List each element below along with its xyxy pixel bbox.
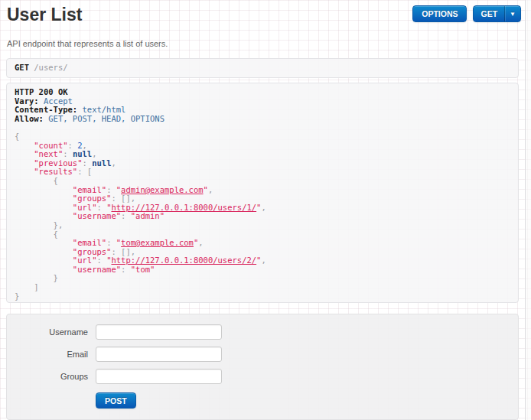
code-token: "email" [73,185,106,194]
options-button[interactable]: OPTIONS [412,5,467,22]
username-field[interactable] [96,324,222,340]
code-token: "admin" [131,211,165,220]
groups-field[interactable] [96,369,222,384]
code-token: "next" [34,149,63,158]
code-token: "url" [73,203,97,212]
post-form-panel: Username Email Groups POST [6,314,519,420]
form-row-username: Username [7,324,518,340]
code-token: Content-Type: [15,105,83,114]
chevron-down-icon[interactable]: ▼ [504,6,520,21]
code-token [15,238,73,247]
code-token: "tom" [131,265,155,274]
code-token: Allow: [15,114,48,123]
code-token [15,230,54,239]
code-line: Allow: GET, POST, HEAD, OPTIONS [15,115,510,124]
code-token: , [83,141,87,150]
code-token: "email" [73,238,106,247]
code-token: Accept [44,96,73,106]
code-token [15,141,34,150]
code-line: ] [15,283,510,292]
get-split-button: GET ▼ [473,5,521,22]
code-token: "groups" [73,194,112,203]
json-link[interactable]: tom@example.com [121,238,194,247]
code-token [15,167,34,176]
code-token: : [121,211,131,220]
response-body: HTTP 200 OKVary: AcceptContent-Type: tex… [15,88,510,301]
code-token: ] [34,282,38,291]
code-token [15,256,73,265]
code-token [15,211,73,220]
code-line: } [15,292,510,301]
code-token: "previous" [34,158,82,168]
code-token [15,194,73,203]
toolbar: OPTIONS GET ▼ [412,5,521,22]
scrollbar[interactable] [525,0,531,420]
code-token: : [68,141,78,150]
code-token: "groups" [73,247,112,256]
response-box: HTTP 200 OKVary: AcceptContent-Type: tex… [6,83,519,303]
code-token: { [54,176,58,185]
code-line: HTTP 200 OK [15,88,510,97]
code-token: "username" [73,211,121,220]
code-token: /users/ [34,63,67,72]
code-token: , [92,149,96,158]
code-token: "url" [73,256,97,265]
code-token: }, [54,220,64,230]
code-line: "results": [ [15,168,510,177]
code-token [15,282,34,291]
page-description: API endpoint that represents a list of u… [7,39,168,48]
code-token: : [106,185,116,194]
code-token: null [73,149,92,158]
code-token [15,247,73,256]
code-token [15,273,54,282]
json-link[interactable]: http://127.0.0.1:8000/users/1/ [111,203,256,212]
code-line: { [15,132,510,142]
code-token: "results" [34,167,77,176]
code-token: , [261,203,266,212]
code-token: , [208,185,213,194]
groups-label: Groups [7,372,88,381]
code-token: text/html [83,105,126,114]
code-token [15,265,73,274]
code-token: "username" [73,265,121,274]
get-button[interactable]: GET [474,6,504,21]
code-token: : [ [77,167,92,176]
code-line: } [15,274,510,283]
code-token: : [106,238,116,247]
request-box: GET /users/ [6,58,519,78]
code-token [15,176,54,185]
json-link[interactable]: admin@example.com [121,185,203,194]
email-field[interactable] [96,347,222,362]
code-token: } [15,291,19,301]
code-token: , [111,158,116,168]
post-button[interactable]: POST [96,392,136,409]
code-token: Vary: [15,96,44,106]
code-line: }, [15,221,510,230]
code-token: GET, POST, HEAD, OPTIONS [48,114,165,123]
code-token: , [261,256,266,265]
code-token: : [121,265,131,274]
code-token: } [54,273,58,282]
code-token: , [198,238,203,247]
code-token: GET [15,63,34,72]
page-title: User List [7,5,82,25]
code-token [15,149,34,158]
code-token: : [96,256,106,265]
form-row-groups: Groups [7,369,518,384]
form-row-email: Email [7,347,518,362]
code-token: { [15,132,19,141]
code-token: : [], [111,247,135,256]
code-token [15,203,73,212]
code-token: "count" [34,141,67,150]
code-token: : [83,158,93,168]
code-line: "username": "admin" [15,212,510,221]
request-line: GET /users/ [15,63,510,73]
json-link[interactable]: http://127.0.0.1:8000/users/2/ [111,256,256,265]
code-line: GET /users/ [15,63,510,73]
code-token: : [], [111,194,135,203]
code-token [15,158,34,168]
code-token: null [92,158,111,168]
email-label: Email [7,350,88,359]
code-token: : [96,203,106,212]
code-token [15,185,73,194]
